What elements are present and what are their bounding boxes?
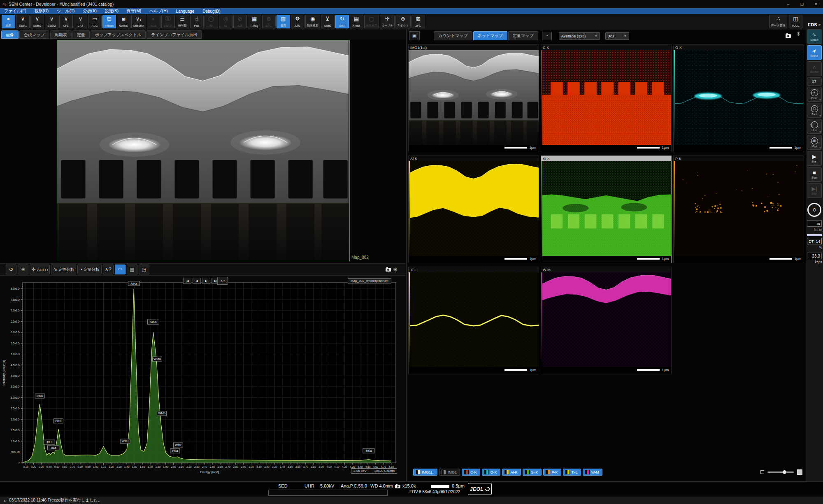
spectrum-tool-qual[interactable]: ∿定性分析 [51, 265, 76, 274]
menu-item-分析(A)[interactable]: 分析(A) [79, 8, 100, 14]
spectrum-nav-button[interactable]: ◀ [193, 278, 201, 284]
legend-toggle-Al-K[interactable]: Al-K [502, 469, 521, 476]
eds-button-Switch[interactable]: ∿Switch [807, 29, 822, 44]
tab-カウントマップ[interactable]: カウントマップ [434, 31, 472, 40]
maximize-button[interactable]: ▢ [795, 0, 809, 8]
eds-button-Start[interactable]: ▶Start [807, 151, 822, 166]
peak-id-button[interactable]: ∧? [217, 277, 228, 285]
tab-画像[interactable]: 画像 [1, 30, 19, 39]
thumbnail-size-slider[interactable] [760, 469, 802, 476]
toolbar-button-色調[interactable]: ▨色調 [277, 15, 290, 28]
legend-toggle-Si-K[interactable]: Si-K [523, 469, 542, 476]
toolbar-button-Normal[interactable]: ◙Normal [117, 15, 130, 28]
toolbar-button-RDC[interactable]: ▭RDC [88, 15, 102, 28]
menu-item-ファイル(F)[interactable]: ファイル(F) [0, 8, 30, 14]
toolbar-button-Scan3[interactable]: ∨Scan3 [45, 15, 58, 28]
eds-button-Stop[interactable]: ■Stop [807, 167, 822, 182]
tab-合成マップ[interactable]: 合成マップ [19, 30, 49, 39]
eds-button-Point[interactable]: +Point▼ [807, 87, 822, 102]
toolbar-button-OneShot[interactable]: ∨₁OneShot [131, 15, 146, 28]
eds-button-Map[interactable]: ▦Map▼ [807, 135, 822, 150]
toolbar-button-Pad[interactable]: ☝Pad [190, 15, 204, 28]
toolbar-button-ZFC[interactable]: ⊠ZFC [412, 15, 425, 28]
eds-button-Select[interactable]: ➤Select [807, 45, 822, 60]
map-cell-Si-K[interactable]: Si-K 1μm [541, 156, 672, 263]
tab-定量マップ[interactable]: 定量マップ [508, 31, 538, 40]
toolbar-button-Freeze[interactable]: ⊟Freeze [102, 15, 116, 28]
map-cell-C-K[interactable]: C-K 1μm [541, 44, 672, 152]
eds-button-swap[interactable]: ⇄ [807, 77, 822, 86]
map-capture-button[interactable] [786, 32, 791, 39]
spectrum-tool-ptable[interactable]: ▦ [127, 265, 137, 274]
slider-handle[interactable] [783, 470, 786, 474]
filter-dropdown[interactable]: Average (3x3)▼ [559, 32, 600, 40]
menu-item-ツール(T)[interactable]: ツール(T) [53, 8, 79, 14]
map-cell-Al-K[interactable]: Al-K 1μm [408, 156, 539, 263]
eds-button-Line[interactable]: –Line▼ [807, 119, 822, 134]
minimize-button[interactable]: ─ [781, 0, 795, 8]
toolbar-button-カーソル[interactable]: ✛カーソル [380, 15, 395, 28]
toolbar-button-T-Mag[interactable]: ▦T-Mag [248, 15, 261, 28]
legend-toggle-P-K[interactable]: P-K [543, 469, 561, 476]
acquisition-time-icon[interactable]: ◔ [542, 32, 552, 40]
toolbar-button-Annot[interactable]: ▤Annot [350, 15, 363, 28]
collapse-icon[interactable]: ▲ [3, 499, 6, 502]
matrix-dropdown[interactable]: 3x3▼ [605, 32, 629, 40]
legend-toggle-IMG1[interactable]: IMG1 [439, 469, 460, 476]
legend-toggle-W-M[interactable]: W-M [583, 469, 602, 476]
menu-item-Language[interactable]: Language [172, 9, 199, 14]
menu-item-設定(S)[interactable]: 設定(S) [101, 8, 123, 14]
toolbar-button-検出器[interactable]: ☰検出器 [176, 15, 189, 28]
spectrum-nav-button[interactable]: |◀ [183, 278, 191, 284]
menu-item-観察(O)[interactable]: 観察(O) [30, 8, 53, 14]
eds-button-Area[interactable]: ▢Area▼ [807, 103, 822, 118]
spectrum-tool-reset[interactable]: ↺ [6, 265, 16, 274]
expand-icon[interactable]: ▶ [819, 23, 821, 26]
toolbar-button-Scan2[interactable]: ∨Scan2 [30, 15, 44, 28]
map-cell-P-K[interactable]: P-K1μm [673, 156, 804, 263]
toolbar-button-動画撮影[interactable]: ◉動画撮影 [305, 15, 320, 28]
legend-toggle-O-K[interactable]: O-K [482, 469, 500, 476]
comment-input[interactable] [268, 490, 388, 496]
spectrum-settings-button[interactable]: ✳ [393, 267, 398, 273]
spectrum-tool-auto-cross[interactable]: ✛AUTO [30, 265, 50, 274]
tab-ネットマップ[interactable]: ネットマップ [473, 31, 507, 40]
spectrum-capture-button[interactable] [386, 266, 391, 273]
map-cell-IMG1(1st)[interactable]: IMG1(1st) 1μm [408, 44, 539, 152]
toolbar-button-データ管理[interactable]: ∴データ管理 [769, 15, 787, 28]
spectrum-nav-button[interactable]: ▶ [202, 278, 210, 284]
spectrum-tool-gear-ruler[interactable]: ✳ [18, 265, 28, 274]
spectrum-tool-peak-id[interactable]: ∧? [103, 265, 114, 274]
legend-toggle-C-K[interactable]: C-K [462, 469, 480, 476]
close-button[interactable]: ✕ [809, 0, 823, 8]
slider-track[interactable] [767, 471, 794, 473]
menu-item-保守(M)[interactable]: 保守(M) [123, 8, 145, 14]
menu-item-ヘルプ(H)[interactable]: ヘルプ(H) [145, 8, 172, 14]
map-settings-button[interactable]: ✳ [796, 31, 801, 37]
layout-icon[interactable]: ▣ [409, 31, 420, 40]
toolbar-button-Scan1[interactable]: ∨Scan1 [16, 15, 30, 28]
legend-toggle-IMG1(..[interactable]: IMG1(.. [413, 469, 437, 476]
toolbar-button-SRT[interactable]: ↻SRT [335, 15, 349, 28]
toolbar-button-スポット[interactable]: ⊕スポット [395, 15, 411, 28]
tab-ポップアップスペクトル[interactable]: ポップアップスペクトル [91, 30, 146, 39]
spectrum-tool-gauss[interactable]: ◠ [115, 265, 126, 274]
sem-image[interactable] [57, 40, 350, 261]
spectrum-tool-export[interactable]: ◳ [139, 265, 149, 274]
toolbar-button-CF1[interactable]: ∨CF1 [59, 15, 73, 28]
map-cell-Ti-L[interactable]: Ti-L 1μm [408, 267, 539, 374]
tab-ラインプロファイル抽出[interactable]: ラインプロファイル抽出 [146, 30, 202, 39]
spectrum-tool-quant[interactable]: ◔定量分析 [77, 265, 101, 274]
menu-item-Debug(D)[interactable]: Debug(D) [198, 9, 224, 14]
tab-定量[interactable]: 定量 [72, 30, 90, 39]
map-cell-O-K[interactable]: O-K 1μm [673, 44, 804, 152]
toolbar-button-Shift0[interactable]: ⊻Shift0 [321, 15, 335, 28]
toolbar-button-JOG[interactable]: ☸JOG [291, 15, 305, 28]
toolbar-button-観察[interactable]: ●観察 [2, 15, 15, 28]
map-cell-W-M[interactable]: W-M 1μm [541, 267, 672, 374]
preset-time-field[interactable]: ∞ [807, 220, 822, 227]
tab-周期表[interactable]: 周期表 [50, 30, 72, 39]
toolbar-button-CF2[interactable]: ∨CF2 [74, 15, 87, 28]
toolbar-button-TOOL[interactable]: ◫TOOL [789, 15, 802, 28]
legend-toggle-Ti-L[interactable]: Ti-L [563, 469, 581, 476]
